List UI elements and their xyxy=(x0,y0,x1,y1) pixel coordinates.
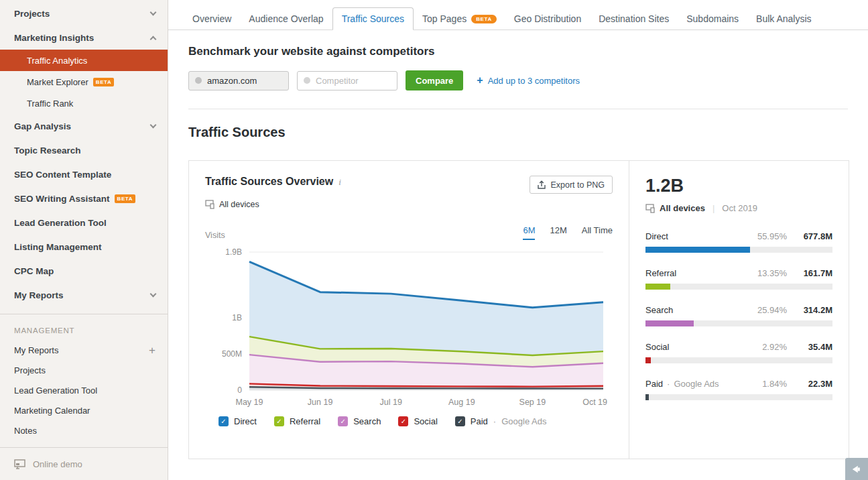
source-progress-track xyxy=(645,247,832,253)
summary-row-header: Social2.92%35.4M xyxy=(645,342,832,352)
legend-item-social[interactable]: ✓Social xyxy=(398,416,437,426)
y-tick-label: 500M xyxy=(222,349,242,359)
tab-top-pages[interactable]: Top PagesBETA xyxy=(414,7,505,30)
management-item-projects[interactable]: Projects xyxy=(0,360,168,380)
summary-row-direct: Direct55.95%677.8M xyxy=(645,231,832,253)
source-value: 35.4M xyxy=(794,342,832,352)
legend-checkbox-paid[interactable]: ✓ xyxy=(455,416,465,426)
main-domain-field[interactable] xyxy=(207,76,282,86)
source-name: Search xyxy=(645,305,673,315)
traffic-sources-card: Traffic Sources Overview i Export to PNG xyxy=(188,160,849,459)
summary-device-label: All devices xyxy=(660,203,705,213)
tab-label: Top Pages xyxy=(422,13,467,24)
y-tick-label: 1B xyxy=(232,313,242,322)
legend-checkbox-direct[interactable]: ✓ xyxy=(219,416,229,426)
legend-item-paid[interactable]: ✓Paid·Google Ads xyxy=(455,416,547,426)
dot-separator: · xyxy=(493,416,496,426)
sidebar-item-traffic-rank[interactable]: Traffic Rank xyxy=(0,93,168,114)
sidebar-item-lead-generation-tool[interactable]: Lead Generation Tool xyxy=(0,211,168,235)
sidebar-item-listing-management[interactable]: Listing Management xyxy=(0,235,168,259)
management-item-label: Lead Generation Tool xyxy=(14,385,97,396)
management-item-label: Projects xyxy=(14,365,46,375)
sidebar-item-label: Lead Generation Tool xyxy=(14,218,107,228)
tab-audience-overlap[interactable]: Audience Overlap xyxy=(240,7,332,30)
source-percent: 2.92% xyxy=(762,342,787,352)
chevron-up-icon xyxy=(150,36,157,42)
app-root: ProjectsMarketing InsightsTraffic Analyt… xyxy=(0,0,868,480)
management-item-label: Notes xyxy=(14,426,37,436)
x-tick-label: Jun 19 xyxy=(308,398,333,407)
management-item-marketing-calendar[interactable]: Marketing Calendar xyxy=(0,400,168,420)
axis-range-row: Visits 6M12MAll Time xyxy=(205,225,613,240)
legend-item-search[interactable]: ✓Search xyxy=(338,416,381,426)
add-report-icon[interactable]: + xyxy=(149,345,156,356)
favicon-placeholder-icon xyxy=(304,77,310,84)
summary-row-search: Search25.94%314.2M xyxy=(645,305,832,326)
tab-overview[interactable]: Overview xyxy=(184,7,240,30)
device-filter[interactable]: All devices xyxy=(205,200,613,209)
management-item-label: My Reports xyxy=(14,345,58,355)
sidebar-item-topic-research[interactable]: Topic Research xyxy=(0,138,168,162)
sidebar-item-marketing-insights[interactable]: Marketing Insights xyxy=(0,25,168,50)
legend-label: Referral xyxy=(290,416,320,426)
sidebar-item-seo-writing-assistant[interactable]: SEO Writing AssistantBETA xyxy=(0,186,168,211)
source-value: 314.2M xyxy=(794,305,832,315)
area-band-direct xyxy=(249,261,603,355)
compare-button[interactable]: Compare xyxy=(406,70,463,91)
sidebar-item-traffic-analytics[interactable]: Traffic Analytics xyxy=(0,50,168,71)
range-12m[interactable]: 12M xyxy=(550,225,566,240)
sidebar-item-cpc-map[interactable]: CPC Map xyxy=(0,259,168,283)
sidebar-item-my-reports[interactable]: My Reports xyxy=(0,283,168,307)
chevron-down-icon xyxy=(150,121,157,128)
tab-subdomains[interactable]: Subdomains xyxy=(678,7,747,30)
source-percent: 1.84% xyxy=(762,379,787,389)
x-tick-label: Aug 19 xyxy=(448,398,475,407)
time-range-selector: 6M12MAll Time xyxy=(523,225,613,240)
source-name: Referral xyxy=(645,268,676,278)
management-item-lead-generation-tool[interactable]: Lead Generation Tool xyxy=(0,380,168,400)
tab-bulk-analysis[interactable]: Bulk Analysis xyxy=(747,7,820,30)
summary-device-filter[interactable]: All devices xyxy=(645,203,705,213)
feedback-button[interactable] xyxy=(845,458,868,480)
tab-geo-distribution[interactable]: Geo Distribution xyxy=(505,7,590,30)
sidebar-item-label: Traffic Analytics xyxy=(27,56,87,66)
benchmark-section: Benchmark your website against competito… xyxy=(168,30,868,109)
sidebar-item-projects[interactable]: Projects xyxy=(0,1,168,25)
source-progress-fill xyxy=(645,284,670,290)
tab-traffic-sources[interactable]: Traffic Sources xyxy=(332,7,414,30)
tab-label: Traffic Sources xyxy=(342,13,404,24)
sidebar-item-label: SEO Writing Assistant xyxy=(14,194,110,204)
x-tick-label: Sep 19 xyxy=(519,398,546,407)
legend-checkbox-search[interactable]: ✓ xyxy=(338,416,348,426)
source-progress-fill xyxy=(645,394,649,400)
competitor-input[interactable] xyxy=(297,71,397,91)
legend-item-referral[interactable]: ✓Referral xyxy=(274,416,320,426)
competitor-field[interactable] xyxy=(316,76,391,86)
management-item-notes[interactable]: Notes xyxy=(0,420,168,440)
range-6m[interactable]: 6M xyxy=(523,225,535,240)
sidebar-item-seo-content-template[interactable]: SEO Content Template xyxy=(0,162,168,186)
devices-icon xyxy=(205,200,214,209)
legend-item-direct[interactable]: ✓Direct xyxy=(219,416,257,426)
management-items: My Reports+ProjectsLead Generation ToolM… xyxy=(0,340,168,440)
sidebar-item-gap-analysis[interactable]: Gap Analysis xyxy=(0,114,168,138)
management-item-my-reports[interactable]: My Reports+ xyxy=(0,340,168,360)
main-domain-input[interactable] xyxy=(188,71,289,91)
range-all-time[interactable]: All Time xyxy=(582,225,613,240)
chevron-down-icon xyxy=(150,290,157,297)
legend-checkbox-social[interactable]: ✓ xyxy=(398,416,408,426)
legend-checkbox-referral[interactable]: ✓ xyxy=(274,416,284,426)
online-demo-item[interactable]: Online demo xyxy=(0,447,168,480)
sidebar: ProjectsMarketing InsightsTraffic Analyt… xyxy=(0,0,168,480)
sidebar-item-market-explorer[interactable]: Market ExplorerBETA xyxy=(0,71,168,93)
sidebar-item-label: Gap Analysis xyxy=(14,121,71,131)
tab-destination-sites[interactable]: Destination Sites xyxy=(590,7,678,30)
export-png-button[interactable]: Export to PNG xyxy=(530,176,613,194)
info-icon[interactable]: i xyxy=(338,177,341,188)
devices-icon xyxy=(645,204,655,213)
summary-row-social: Social2.92%35.4M xyxy=(645,342,832,363)
summary-row-referral: Referral13.35%161.7M xyxy=(645,268,832,290)
add-competitors-link[interactable]: + Add up to 3 competitors xyxy=(477,75,580,86)
traffic-chart[interactable]: 1.9B1B500M0May 19Jun 19Jul 19Aug 19Sep 1… xyxy=(205,241,613,412)
card-title-wrap: Traffic Sources Overview i xyxy=(205,176,341,188)
